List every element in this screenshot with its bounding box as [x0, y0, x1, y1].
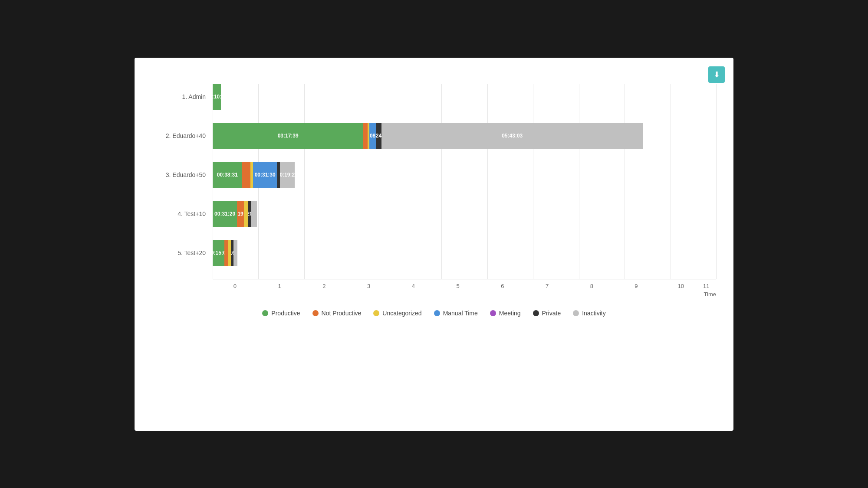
bar-segment-inactivity: 05:43:03: [381, 123, 643, 149]
legend-dot-private: [533, 310, 539, 316]
legend-label: Private: [542, 310, 561, 317]
row-label: 5. Test+20: [152, 249, 213, 256]
bar-area: 03:17:3900:08:3800:24:0405:43:03: [213, 123, 716, 149]
legend-item-manual_time: Manual Time: [434, 310, 478, 317]
download-button[interactable]: ⬇: [708, 66, 725, 83]
legend-item-uncategorized: Uncategorized: [373, 310, 421, 317]
row-label: 3. Eduardo+50: [152, 171, 213, 178]
x-axis-label: 8: [569, 283, 614, 289]
chart-row: 4. Test+1000:31:2000:19:3500:20:00: [152, 201, 716, 227]
x-axis-label: 10: [658, 283, 703, 289]
legend-dot-uncategorized: [373, 310, 379, 316]
bar-area: 00:10:44: [213, 84, 716, 110]
bar-segment-not_productive: [224, 240, 228, 266]
bar-segment-manual_time: 00:08:38: [369, 123, 376, 149]
bar-area: 00:15:0700:16:18: [213, 240, 716, 266]
bar-segment-uncategorized: [244, 201, 248, 227]
legend-dot-manual_time: [434, 310, 440, 316]
legend-label: Uncategorized: [382, 310, 421, 317]
grid-line: [716, 84, 717, 279]
bar-segment-inactivity: [233, 240, 237, 266]
legend-item-productive: Productive: [262, 310, 300, 317]
bar-area: 00:38:3100:31:3000:19:27: [213, 162, 716, 188]
bar-segment-productive: 00:15:07: [213, 240, 224, 266]
legend-dot-inactivity: [573, 310, 579, 316]
bar-segment-productive: 00:38:31: [213, 162, 242, 188]
bar-segment-not_productive: [363, 123, 367, 149]
row-label: 2. Eduardo+40: [152, 132, 213, 139]
legend-item-meeting: Meeting: [490, 310, 521, 317]
legend-item-inactivity: Inactivity: [573, 310, 605, 317]
legend-label: Inactivity: [582, 310, 605, 317]
legend: ProductiveNot ProductiveUncategorizedMan…: [152, 310, 716, 317]
legend-label: Manual Time: [443, 310, 478, 317]
x-axis-label: 1: [257, 283, 302, 289]
chart-row: 3. Eduardo+5000:38:3100:31:3000:19:27: [152, 162, 716, 188]
chart-container: ⬇ 1. Admin00:10:442. Eduardo+4003:17:390…: [135, 58, 733, 431]
x-axis-label: 5: [436, 283, 480, 289]
x-axis-label: 3: [346, 283, 391, 289]
legend-item-private: Private: [533, 310, 561, 317]
bar-area: 00:31:2000:19:3500:20:00: [213, 201, 716, 227]
x-axis-label: 0: [213, 283, 257, 289]
x-axis-title: Time: [213, 291, 716, 298]
chart-row: 2. Eduardo+4003:17:3900:08:3800:24:0405:…: [152, 123, 716, 149]
bar-segment-private: 00:20:00: [248, 201, 251, 227]
legend-dot-meeting: [490, 310, 496, 316]
x-axis-label: 2: [302, 283, 346, 289]
x-axis-label: 6: [480, 283, 525, 289]
x-axis: 01234567891011Time: [213, 279, 716, 298]
legend-dot-not_productive: [312, 310, 319, 316]
chart-row: 1. Admin00:10:44: [152, 84, 716, 110]
bar-segment-private: 00:24:04: [376, 123, 381, 149]
row-label: 1. Admin: [152, 93, 213, 100]
legend-label: Not Productive: [322, 310, 362, 317]
bar-segment-not_productive: 00:19:35: [237, 201, 244, 227]
chart-area: 1. Admin00:10:442. Eduardo+4003:17:3900:…: [152, 84, 716, 298]
bar-segment-manual_time: 00:31:30: [253, 162, 277, 188]
legend-item-not_productive: Not Productive: [312, 310, 362, 317]
bar-segment-productive: 00:10:44: [213, 84, 221, 110]
legend-dot-productive: [262, 310, 268, 316]
bar-segment-inactivity: 00:19:27: [280, 162, 295, 188]
chart-row: 5. Test+2000:15:0700:16:18: [152, 240, 716, 266]
legend-label: Productive: [271, 310, 300, 317]
row-label: 4. Test+10: [152, 210, 213, 217]
bar-segment-productive: 00:31:20: [213, 201, 237, 227]
x-axis-label: 11: [703, 283, 716, 289]
legend-label: Meeting: [499, 310, 521, 317]
x-axis-label: 4: [391, 283, 436, 289]
bar-segment-not_productive: [242, 162, 250, 188]
bar-segment-inactivity: [251, 201, 257, 227]
x-axis-label: 7: [525, 283, 569, 289]
bar-segment-productive: 03:17:39: [213, 123, 363, 149]
x-axis-label: 9: [614, 283, 659, 289]
